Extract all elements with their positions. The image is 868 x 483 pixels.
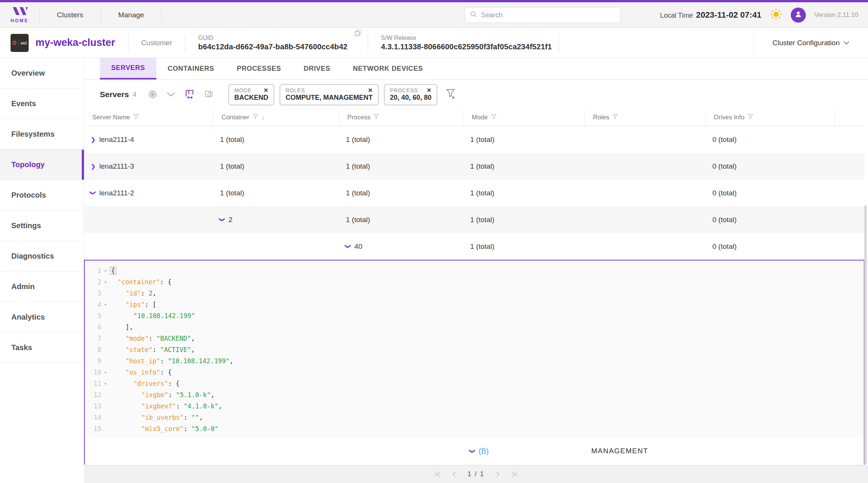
cell-text: lena2111-2 <box>99 189 134 197</box>
search-box[interactable] <box>465 7 621 23</box>
home-logo-button[interactable]: HOME <box>0 7 39 23</box>
sidebar-item-events[interactable]: Events <box>0 88 84 119</box>
fit-columns-icon[interactable] <box>185 89 195 100</box>
cell-text: 1 (total) <box>470 242 494 251</box>
json-line-number: 10 <box>85 369 101 376</box>
table-cell: 0 (total) <box>706 126 835 153</box>
expand-row-icon[interactable]: ❯ <box>91 163 96 169</box>
remove-filter-icon[interactable]: ✕ <box>368 87 373 93</box>
expand-chevron-icon[interactable] <box>167 92 176 97</box>
sidebar-item-analytics[interactable]: Analytics <box>0 302 84 332</box>
nav-manage[interactable]: Manage <box>101 11 162 19</box>
table-cell <box>339 437 463 465</box>
first-page-icon[interactable] <box>434 471 441 478</box>
copy-guid-icon[interactable] <box>354 29 362 38</box>
sidebar-item-overview[interactable]: Overview <box>0 58 84 88</box>
collapse-node-icon[interactable]: ▾ <box>101 280 110 285</box>
json-token: : <box>153 346 160 353</box>
tab-label: SERVERS <box>111 64 145 72</box>
json-line-number: 15 <box>85 425 101 433</box>
nav-clusters[interactable]: Clusters <box>40 11 101 19</box>
collapse-row-icon[interactable]: ❯ <box>345 244 351 249</box>
collapse-node-icon[interactable]: ▾ <box>101 302 110 307</box>
table-toolbar: Servers 4 MODE✕BACKENDROLES✕COMPUTE, MAN… <box>84 80 868 109</box>
column-header-mode[interactable]: Mode <box>463 109 585 126</box>
remove-filter-icon[interactable]: ✕ <box>264 87 269 93</box>
collapse-row-icon[interactable]: ❯ <box>220 217 225 222</box>
table-row[interactable]: ❯lena2111-31 (total)1 (total)1 (total)0 … <box>84 153 865 180</box>
sidebar-item-admin[interactable]: Admin <box>0 271 84 302</box>
tab-servers[interactable]: SERVERS <box>100 58 156 79</box>
reset-columns-icon[interactable] <box>204 90 214 99</box>
tab-containers[interactable]: CONTAINERS <box>156 58 226 79</box>
column-header-process[interactable]: Process <box>339 109 463 126</box>
tab-bar: SERVERSCONTAINERSPROCESSESDRIVESNETWORK … <box>84 58 868 80</box>
sidebar-item-diagnostics[interactable]: Diagnostics <box>0 241 84 271</box>
tab-processes[interactable]: PROCESSES <box>226 58 292 79</box>
cell-text: 0 (total) <box>712 216 737 224</box>
vertical-scrollbar[interactable] <box>864 205 867 464</box>
column-filter-icon[interactable] <box>133 114 139 122</box>
cell-text: 1 (total) <box>346 136 370 144</box>
column-header-label: Process <box>347 114 370 121</box>
last-page-icon[interactable] <box>511 471 518 478</box>
guid-value: b64c12da-d662-49a7-ba8b-547600cc4b42 <box>198 43 347 51</box>
column-filter-icon[interactable] <box>252 114 258 122</box>
oci-badge-icon: oci <box>11 34 29 52</box>
column-header-roles[interactable]: Roles <box>585 109 706 126</box>
tab-drives[interactable]: DRIVES <box>292 58 342 79</box>
table-row[interactable]: ❯lena2111-21 (total)1 (total)1 (total)0 … <box>84 180 865 206</box>
cluster-configuration-label: Cluster Configuration <box>772 39 839 47</box>
column-filter-icon[interactable] <box>612 114 618 122</box>
sidebar-item-filesystems[interactable]: Filesystems <box>0 119 84 149</box>
table-row[interactable]: ❯21 (total)1 (total)0 (total) <box>84 206 865 233</box>
column-filter-icon[interactable] <box>373 114 379 122</box>
table-row[interactable]: ❯lena2111-41 (total)1 (total)1 (total)0 … <box>84 126 865 153</box>
json-token: : { <box>160 369 172 376</box>
theme-sun-icon[interactable] <box>770 8 782 22</box>
collapse-node-icon[interactable]: ▾ <box>101 370 110 375</box>
sidebar-item-tasks[interactable]: Tasks <box>0 332 84 363</box>
remove-filter-icon[interactable]: ✕ <box>427 87 432 93</box>
collapse-row-icon[interactable]: ❯ <box>470 449 475 454</box>
column-header-server-name[interactable]: Server Name <box>84 109 213 126</box>
json-line: 3"id": 2, <box>85 288 864 299</box>
column-header-drives-info[interactable]: Drives Info <box>706 109 835 126</box>
process-detail-row[interactable]: ❯(B)MANAGEMENT <box>85 437 864 465</box>
expand-row-icon[interactable]: ❯ <box>91 137 96 142</box>
json-line: 15"mlx5_core": "5.0-0" <box>85 423 864 434</box>
json-line: 6], <box>85 321 864 333</box>
tab-label: CONTAINERS <box>168 65 214 73</box>
column-filter-icon[interactable] <box>747 114 753 122</box>
table-row[interactable]: ❯401 (total)0 (total) <box>84 233 865 260</box>
tab-network-devices[interactable]: NETWORK DEVICES <box>342 58 434 79</box>
table-cell: 1 (total) <box>213 126 339 153</box>
json-line-number: 8 <box>85 346 101 353</box>
user-avatar[interactable] <box>791 8 806 23</box>
cluster-configuration-dropdown[interactable]: Cluster Configuration <box>753 28 868 58</box>
json-token: "state" <box>125 346 153 353</box>
cell-spacer <box>835 126 865 153</box>
sidebar-item-settings[interactable]: Settings <box>0 210 84 241</box>
collapse-row-icon[interactable]: ❯ <box>90 190 96 195</box>
next-page-icon[interactable] <box>494 471 501 478</box>
sidebar-item-protocols[interactable]: Protocols <box>0 180 84 210</box>
filter-chip-process[interactable]: PROCESS✕20, 40, 60, 80 <box>384 84 437 105</box>
filter-chip-roles[interactable]: ROLES✕COMPUTE, MANAGEMENT <box>280 84 379 105</box>
table-cell <box>213 233 339 260</box>
visibility-eye-icon[interactable] <box>148 90 157 99</box>
servers-table: Server NameContainer↓ProcessModeRolesDri… <box>84 109 865 260</box>
previous-page-icon[interactable] <box>451 471 458 478</box>
collapse-node-icon[interactable]: ▾ <box>101 381 110 386</box>
column-header-container[interactable]: Container↓ <box>213 109 339 126</box>
filter-chip-mode[interactable]: MODE✕BACKEND <box>228 84 274 105</box>
clear-filters-icon[interactable] <box>446 88 456 101</box>
table-cell: 1 (total) <box>463 233 585 260</box>
collapse-node-icon[interactable]: ▾ <box>101 268 110 273</box>
json-token: : <box>168 391 176 399</box>
sidebar-item-topology[interactable]: Topology <box>0 149 84 180</box>
sort-descending-icon[interactable]: ↓ <box>261 114 265 121</box>
column-filter-icon[interactable] <box>491 114 497 122</box>
tab-label: PROCESSES <box>237 65 281 73</box>
search-input[interactable] <box>481 11 616 19</box>
